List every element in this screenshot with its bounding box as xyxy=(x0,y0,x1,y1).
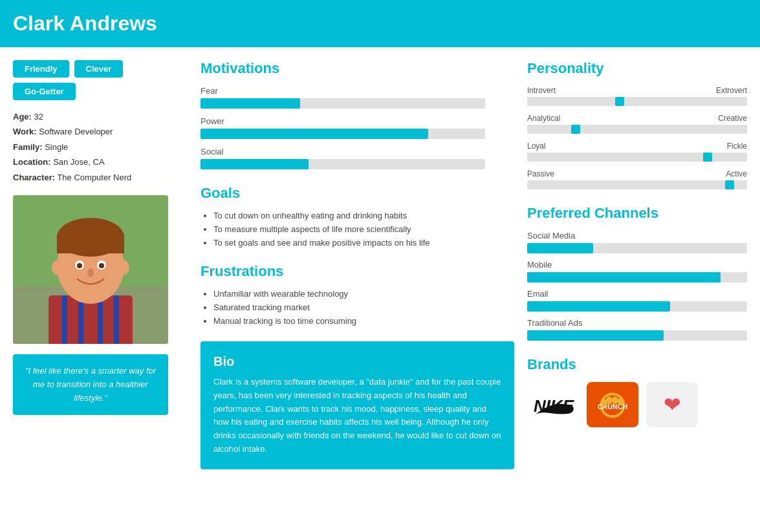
character-label: Character: xyxy=(13,173,55,182)
svg-point-14 xyxy=(99,263,104,268)
tag-clever: Clever xyxy=(74,60,124,78)
motivations-section: Motivations Fear Power Social xyxy=(201,60,514,169)
svg-rect-10 xyxy=(57,234,124,253)
heart-brand: ❤ xyxy=(646,382,698,427)
quote-text: "I feel like there's a smarter way for m… xyxy=(25,366,156,403)
channels-section: Preferred Channels Social Media Mobile E… xyxy=(527,205,747,341)
work-value: Software Developer xyxy=(39,127,113,136)
motivations-title: Motivations xyxy=(201,60,514,77)
svg-point-13 xyxy=(77,263,82,268)
goals-list: To cut down on unhealthy eating and drin… xyxy=(201,211,514,248)
social-media-label: Social Media xyxy=(527,231,747,240)
svg-point-15 xyxy=(87,268,94,277)
frustrations-title: Frustrations xyxy=(201,263,514,280)
personality-analytical-creative: Analytical Creative xyxy=(527,114,747,134)
personality-introvert-extrovert: Introvert Extrovert xyxy=(527,86,747,106)
heart-icon: ❤ xyxy=(664,392,681,417)
fickle-label: Fickle xyxy=(727,142,747,151)
social-track xyxy=(201,159,485,169)
location-label: Location: xyxy=(13,157,51,167)
traditional-ads-channel: Traditional Ads xyxy=(527,318,747,341)
fear-fill xyxy=(201,98,300,109)
social-media-channel: Social Media xyxy=(527,231,747,253)
svg-point-26 xyxy=(618,398,624,405)
left-column: Friendly Clever Go-Getter Age: 32 Work: … xyxy=(13,60,188,469)
email-label: Email xyxy=(527,289,747,299)
svg-point-24 xyxy=(606,396,613,404)
analytical-marker xyxy=(571,125,580,134)
goal-item-1: To cut down on unhealthy eating and drin… xyxy=(213,211,514,220)
brands-title: Brands xyxy=(527,356,747,373)
mobile-fill xyxy=(527,272,721,282)
middle-column: Motivations Fear Power Social xyxy=(201,60,514,469)
right-column: Personality Introvert Extrovert Analytic… xyxy=(527,60,747,469)
goal-item-3: To set goals and see and make positive i… xyxy=(213,238,514,248)
tag-list: Friendly Clever Go-Getter xyxy=(13,60,188,100)
frustration-item-1: Unfamiliar with wearable technology xyxy=(213,289,514,299)
crunch-brand: CRUNCH xyxy=(587,382,638,427)
quote-box: "I feel like there's a smarter way for m… xyxy=(13,354,168,415)
introvert-label: Introvert xyxy=(527,86,556,95)
goals-section: Goals To cut down on unhealthy eating an… xyxy=(201,185,514,248)
family-value: Single xyxy=(45,142,68,152)
mobile-label: Mobile xyxy=(527,260,747,270)
location-value: San Jose, CA xyxy=(53,157,105,167)
bio-text: Clark is a systems software developer, a… xyxy=(213,376,501,456)
header: Clark Andrews xyxy=(0,0,760,47)
nike-logo-svg: NIKE xyxy=(530,387,576,423)
traditional-ads-label: Traditional Ads xyxy=(527,318,747,328)
work-label: Work: xyxy=(13,127,37,136)
family-label: Family: xyxy=(13,142,43,152)
personality-passive-active: Passive Active xyxy=(527,169,747,189)
brands-section: Brands NIKE CRUNCH xyxy=(527,356,747,427)
age-value: 32 xyxy=(34,112,43,122)
introvert-track xyxy=(527,97,747,106)
frustration-item-2: Saturated tracking market xyxy=(213,303,514,312)
power-track xyxy=(201,129,485,139)
fear-bar-group: Fear xyxy=(201,86,514,109)
page-title: Clark Andrews xyxy=(13,12,747,36)
loyal-track xyxy=(527,153,747,162)
frustrations-list: Unfamiliar with wearable technology Satu… xyxy=(201,289,514,326)
channels-title: Preferred Channels xyxy=(527,205,747,222)
active-label: Active xyxy=(726,169,747,178)
fear-label: Fear xyxy=(201,86,514,96)
crunch-logo-svg: CRUNCH xyxy=(591,387,635,423)
analytical-label: Analytical xyxy=(527,114,560,123)
frustrations-section: Frustrations Unfamiliar with wearable te… xyxy=(201,263,514,326)
avatar xyxy=(13,195,168,344)
frustration-item-3: Manual tracking is too time consuming xyxy=(213,316,514,326)
tag-friendly: Friendly xyxy=(13,60,69,78)
email-fill xyxy=(527,301,670,312)
personality-title: Personality xyxy=(527,60,747,77)
power-bar-group: Power xyxy=(201,116,514,139)
loyal-label: Loyal xyxy=(527,142,546,151)
passive-marker xyxy=(725,180,734,189)
nike-brand: NIKE xyxy=(527,382,579,427)
goal-item-2: To measure multiple aspects of life more… xyxy=(213,224,514,234)
svg-point-17 xyxy=(119,261,129,275)
personality-section: Personality Introvert Extrovert Analytic… xyxy=(527,60,747,189)
personality-loyal-fickle: Loyal Fickle xyxy=(527,142,747,162)
tag-gogetter: Go-Getter xyxy=(13,83,76,100)
social-bar-group: Social xyxy=(201,147,514,169)
introvert-marker xyxy=(615,97,624,106)
brands-row: NIKE CRUNCH xyxy=(527,382,747,427)
age-label: Age: xyxy=(13,112,32,122)
avatar-image xyxy=(13,195,168,344)
extrovert-label: Extrovert xyxy=(716,86,747,95)
email-channel: Email xyxy=(527,289,747,312)
traditional-ads-fill xyxy=(527,330,664,341)
character-value: The Computer Nerd xyxy=(57,173,131,182)
fear-track xyxy=(201,98,485,109)
social-fill xyxy=(201,159,309,169)
passive-label: Passive xyxy=(527,169,554,178)
goals-title: Goals xyxy=(201,185,514,202)
svg-point-25 xyxy=(612,396,618,404)
loyal-marker xyxy=(703,153,712,162)
social-media-fill xyxy=(527,243,593,253)
passive-track xyxy=(527,180,747,189)
creative-label: Creative xyxy=(718,114,747,123)
power-fill xyxy=(201,129,428,139)
svg-point-16 xyxy=(52,261,62,275)
